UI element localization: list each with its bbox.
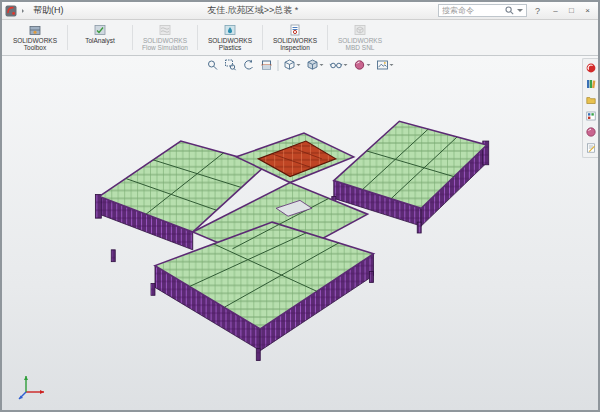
command-manager-ribbon: SOLIDWORKS Toolbox TolAnalyst SOLIDWORKS…: [2, 20, 598, 56]
inspection-icon: [289, 24, 301, 36]
close-button[interactable]: ×: [580, 4, 595, 17]
menu-expand-icon[interactable]: [22, 9, 24, 13]
view-orientation-icon[interactable]: [283, 58, 302, 72]
ribbon-separator: [327, 25, 328, 50]
maximize-button[interactable]: □: [564, 4, 579, 17]
ribbon-tab-tolanalyst[interactable]: TolAnalyst: [71, 22, 129, 53]
chevron-down-icon[interactable]: [320, 64, 324, 66]
chevron-down-icon[interactable]: [390, 64, 394, 66]
menu-help[interactable]: 帮助(H): [29, 4, 68, 17]
minimize-button[interactable]: –: [548, 4, 563, 17]
custom-properties-icon[interactable]: [586, 143, 596, 153]
search-icon[interactable]: [505, 6, 514, 15]
headsup-view-toolbar: [206, 58, 395, 72]
ribbon-tab-flow-simulation[interactable]: SOLIDWORKS Flow Simulation: [136, 22, 194, 53]
search-scope-chevron-icon[interactable]: [517, 9, 523, 12]
zoom-to-area-icon[interactable]: [224, 58, 238, 72]
solidworks-window: 帮助(H) 友佳.欣苑区域>>总装 * ? – □ × SOLIDWORKS T…: [0, 0, 600, 412]
window-controls: – □ ×: [548, 4, 595, 17]
plastics-icon: [224, 24, 236, 36]
ribbon-separator: [197, 25, 198, 50]
ribbon-tab-mbd[interactable]: SOLIDWORKS MBD SNL: [331, 22, 389, 53]
toolbox-icon: [29, 24, 41, 36]
view-palette-icon[interactable]: [586, 111, 596, 121]
apply-scene-icon[interactable]: [376, 58, 395, 72]
document-title: 友佳.欣苑区域>>总装 *: [72, 4, 435, 17]
ribbon-separator: [132, 25, 133, 50]
model-canvas[interactable]: [2, 56, 598, 410]
ribbon-tab-label: SOLIDWORKS Toolbox: [6, 37, 64, 52]
ribbon-separator: [262, 25, 263, 50]
solidworks-resources-icon[interactable]: [586, 63, 596, 73]
section-view-icon[interactable]: [260, 58, 274, 72]
mbd-icon: [354, 24, 366, 36]
graphics-viewport[interactable]: [2, 56, 598, 410]
ribbon-tab-label: SOLIDWORKS Plastics: [201, 37, 259, 52]
display-style-icon[interactable]: [306, 58, 325, 72]
ribbon-tab-inspection[interactable]: SOLIDWORKS Inspection: [266, 22, 324, 53]
help-button[interactable]: ?: [531, 4, 544, 17]
tolanalyst-icon: [94, 24, 106, 36]
edit-appearance-icon[interactable]: [353, 58, 372, 72]
design-library-icon[interactable]: [586, 79, 596, 89]
hide-show-items-icon[interactable]: [329, 58, 349, 72]
command-search[interactable]: [438, 4, 527, 17]
ribbon-separator: [67, 25, 68, 50]
appearances-icon[interactable]: [586, 127, 596, 137]
previous-view-icon[interactable]: [242, 58, 256, 72]
ribbon-tab-label: SOLIDWORKS Inspection: [266, 37, 324, 52]
task-pane-strip: [582, 58, 598, 158]
chevron-down-icon[interactable]: [297, 64, 301, 66]
ribbon-tab-label: TolAnalyst: [85, 37, 115, 44]
chevron-down-icon[interactable]: [344, 64, 348, 66]
ribbon-tab-label: SOLIDWORKS Flow Simulation: [136, 37, 194, 52]
zoom-to-fit-icon[interactable]: [206, 58, 220, 72]
flow-simulation-icon: [159, 24, 171, 36]
ribbon-tab-plastics[interactable]: SOLIDWORKS Plastics: [201, 22, 259, 53]
search-input[interactable]: [442, 6, 502, 15]
file-explorer-icon[interactable]: [586, 95, 596, 105]
orientation-triad: [16, 368, 50, 402]
ribbon-tab-label: SOLIDWORKS MBD SNL: [331, 37, 389, 52]
chevron-down-icon[interactable]: [367, 64, 371, 66]
title-bar: 帮助(H) 友佳.欣苑区域>>总装 * ? – □ ×: [2, 2, 598, 20]
hud-separator: [278, 60, 279, 71]
app-logo-icon[interactable]: [5, 5, 17, 17]
ribbon-tab-toolbox[interactable]: SOLIDWORKS Toolbox: [6, 22, 64, 53]
